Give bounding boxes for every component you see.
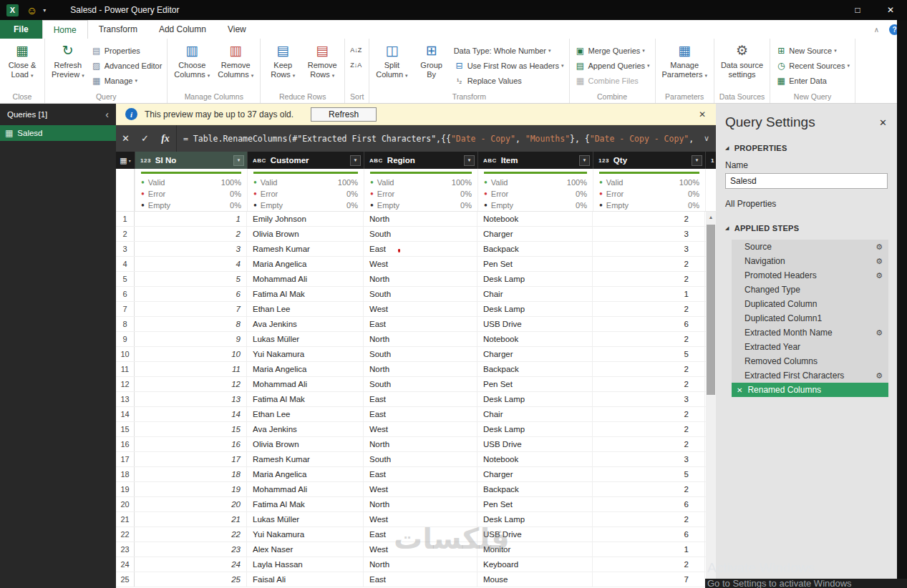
cell[interactable]: 14	[135, 407, 247, 421]
cell[interactable]: 2	[135, 227, 247, 241]
table-row[interactable]: 99Lukas MüllerNorthNotebook2	[116, 332, 716, 347]
row-number[interactable]: 21	[116, 512, 135, 526]
replace-values-button[interactable]: ¹₂Replace Values	[452, 74, 566, 87]
table-row[interactable]: 22Olivia BrownSouthCharger3	[116, 227, 716, 242]
cell[interactable]: 5	[593, 467, 705, 481]
gear-icon[interactable]: ⚙	[876, 257, 883, 266]
cell[interactable]: 2	[593, 362, 705, 376]
applied-steps-section-header[interactable]: ◢ APPLIED STEPS	[716, 224, 897, 232]
filter-icon[interactable]: ▼	[579, 155, 590, 166]
applied-step-duplicated-column1[interactable]: Duplicated Column1	[732, 311, 888, 325]
cell[interactable]: Maria Angelica	[247, 257, 364, 271]
cell[interactable]: Ava Jenkins	[247, 422, 364, 436]
row-number[interactable]: 12	[116, 377, 135, 391]
cell[interactable]: 8	[135, 317, 247, 331]
row-number[interactable]: 23	[116, 542, 135, 557]
manage-button[interactable]: ▦Manage▾	[89, 74, 164, 87]
cell[interactable]: Charger	[477, 227, 593, 241]
cell[interactable]: Lukas Müller	[247, 332, 364, 346]
table-row[interactable]: 1616Olivia BrownNorthUSB Drive2	[116, 437, 716, 452]
cell[interactable]: 12	[135, 377, 247, 391]
cell[interactable]: 6	[593, 527, 705, 542]
cell[interactable]: Pen Set	[477, 377, 593, 391]
recent-sources-button[interactable]: ◷Recent Sources▾	[774, 59, 851, 72]
expand-formula-icon[interactable]: ∨	[697, 134, 716, 143]
cell[interactable]: 6	[593, 317, 705, 331]
group-by-button[interactable]: ⊞GroupBy	[413, 40, 450, 79]
cell[interactable]: West	[364, 302, 477, 316]
table-row[interactable]: 11Emily JohnsonNorthNotebook2	[116, 212, 716, 227]
enter-data-button[interactable]: ▦Enter Data	[774, 74, 851, 87]
cell[interactable]: East	[364, 572, 477, 587]
close-panel-icon[interactable]: ✕	[879, 117, 887, 128]
filter-icon[interactable]: ▼	[692, 155, 702, 166]
table-row[interactable]: 1010Yui NakamuraSouthCharger5	[116, 347, 716, 362]
tab-transform[interactable]: Transform	[88, 20, 148, 39]
applied-step-duplicated-column[interactable]: Duplicated Column	[732, 297, 888, 311]
cell[interactable]: North	[364, 497, 477, 511]
cell[interactable]: 1	[593, 542, 705, 557]
cell[interactable]: 13	[135, 392, 247, 406]
cell[interactable]: 2	[593, 212, 705, 226]
new-source-button[interactable]: ⊞New Source▾	[774, 44, 851, 57]
cell[interactable]: Mohammad Ali	[247, 272, 364, 286]
cell[interactable]: Keyboard	[477, 557, 593, 572]
column-header-qty[interactable]: 123Qty▼	[593, 152, 705, 169]
cell[interactable]: 25	[135, 572, 247, 587]
cell[interactable]: Fatima Al Mak	[247, 287, 364, 301]
cell[interactable]: 17	[135, 452, 247, 466]
combine-files-button[interactable]: ▦Combine Files	[573, 74, 651, 87]
cell[interactable]: Alex Naser	[247, 542, 364, 557]
cell[interactable]: East	[364, 467, 477, 481]
cell[interactable]: North	[364, 362, 477, 376]
applied-step-promoted-headers[interactable]: Promoted Headers⚙	[732, 268, 888, 283]
cell[interactable]: 1	[593, 287, 705, 301]
row-number[interactable]: 5	[116, 272, 135, 286]
tab-file[interactable]: File	[0, 20, 42, 39]
scrollbar-thumb[interactable]	[707, 225, 715, 395]
all-properties-link[interactable]: All Properties	[716, 189, 897, 209]
row-number[interactable]: 8	[116, 317, 135, 331]
row-number[interactable]: 3	[116, 242, 135, 256]
cell[interactable]: Charger	[477, 467, 593, 481]
cell[interactable]: Mohammad Ali	[247, 482, 364, 496]
quick-access-caret-icon[interactable]: ▾	[43, 7, 46, 14]
cell[interactable]: Yui Nakamura	[247, 347, 364, 361]
applied-step-navigation[interactable]: Navigation⚙	[732, 254, 888, 268]
remove-columns-button[interactable]: ▥RemoveColumns▾	[215, 40, 256, 80]
cell[interactable]: South	[364, 287, 477, 301]
cell[interactable]: 2	[593, 272, 705, 286]
table-row[interactable]: 2424Layla HassanNorthKeyboard2	[116, 557, 716, 572]
cell[interactable]: East	[364, 392, 477, 406]
cell[interactable]: Ava Jenkins	[247, 317, 364, 331]
cell[interactable]: 5	[135, 272, 247, 286]
table-row[interactable]: 44Maria AngelicaWestPen Set2	[116, 257, 716, 272]
row-number[interactable]: 6	[116, 287, 135, 301]
cell[interactable]: 24	[135, 557, 247, 572]
query-name-input[interactable]	[725, 173, 888, 189]
cell[interactable]: North	[364, 212, 477, 226]
cell[interactable]: Notebook	[477, 452, 593, 466]
cell[interactable]: 3	[593, 242, 705, 256]
table-row[interactable]: 1717Ramesh KumarSouthNotebook3	[116, 452, 716, 467]
cell[interactable]: Lukas Müller	[247, 512, 364, 526]
table-row[interactable]: 2525Faisal AliEastMouse7	[116, 572, 716, 587]
row-number[interactable]: 16	[116, 437, 135, 451]
remove-rows-button[interactable]: ▤RemoveRows▾	[304, 40, 341, 80]
filter-icon[interactable]: ▼	[464, 155, 475, 166]
cell[interactable]: 2	[593, 407, 705, 421]
applied-step-extracted-month-name[interactable]: Extracted Month Name⚙	[732, 325, 888, 340]
cell[interactable]: 2	[593, 332, 705, 346]
cell[interactable]: South	[364, 377, 477, 391]
cell[interactable]: Maria Angelica	[247, 467, 364, 481]
cell[interactable]: 3	[593, 452, 705, 466]
cell[interactable]: Pen Set	[477, 257, 593, 271]
cell[interactable]: 10	[135, 347, 247, 361]
cell[interactable]: Mohammad Ali	[247, 377, 364, 391]
row-number[interactable]: 25	[116, 572, 135, 587]
split-column-button[interactable]: ◫SplitColumn▾	[373, 40, 410, 80]
table-row[interactable]: 55Mohammad AliNorthDesk Lamp2	[116, 272, 716, 287]
cell[interactable]: West	[364, 482, 477, 496]
table-row[interactable]: 66Fatima Al MakSouthChair1	[116, 287, 716, 302]
cell[interactable]: Backpack	[477, 362, 593, 376]
